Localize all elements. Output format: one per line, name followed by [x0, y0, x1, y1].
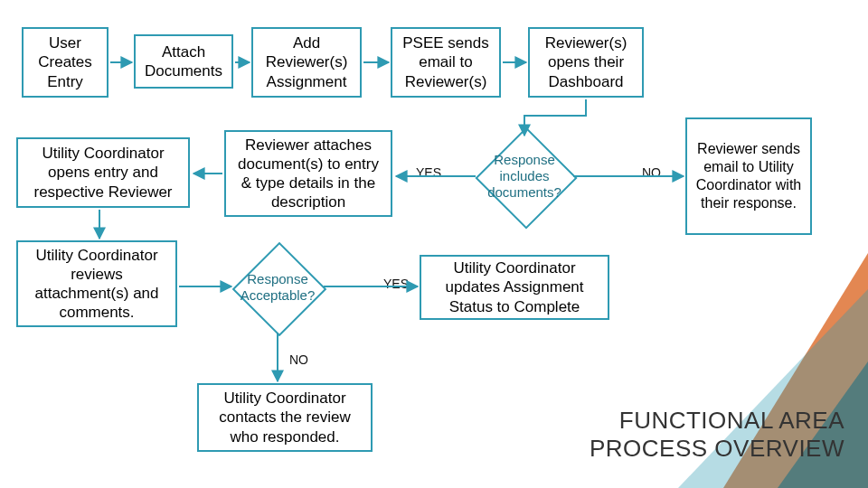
decision-label: Response Acceptable? — [228, 265, 327, 310]
node-label: Attach Documents — [141, 42, 226, 81]
edge-label-yes: YES — [416, 165, 441, 180]
node-reviewer-opens-dashboard: Reviewer(s) opens their Dashboard — [528, 27, 644, 98]
node-label: Utility Coordinator updates Assignment S… — [427, 258, 602, 316]
node-contacts-reviewer: Utility Coordinator contacts the review … — [197, 383, 373, 452]
edge-label-yes: YES — [383, 277, 409, 291]
decision-label: Response includes documents? — [474, 150, 575, 202]
node-label: Reviewer attaches document(s) to entry &… — [231, 136, 385, 212]
flowchart-canvas: User Creates Entry Attach Documents Add … — [0, 0, 868, 488]
node-label: Add Reviewer(s) Assignment — [259, 33, 354, 91]
node-label: Reviewer sends email to Utility Coordina… — [693, 140, 805, 212]
node-label: Utility Coordinator reviews attachment(s… — [24, 246, 170, 323]
node-status-complete: Utility Coordinator updates Assignment S… — [420, 255, 609, 320]
node-label: PSEE sends email to Reviewer(s) — [398, 33, 494, 91]
node-reviewer-sends-email: Reviewer sends email to Utility Coordina… — [685, 117, 812, 235]
node-attach-documents: Attach Documents — [134, 34, 233, 89]
node-utility-coord-opens-entry: Utility Coordinator opens entry and resp… — [16, 137, 190, 208]
node-add-reviewer-assignment: Add Reviewer(s) Assignment — [251, 27, 362, 98]
node-label: Reviewer(s) opens their Dashboard — [535, 33, 637, 91]
node-utility-coord-reviews: Utility Coordinator reviews attachment(s… — [16, 240, 177, 327]
node-label: Utility Coordinator opens entry and resp… — [24, 144, 183, 202]
node-user-creates-entry: User Creates Entry — [22, 27, 108, 98]
edge-label-no: NO — [642, 165, 661, 180]
node-psee-sends-email: PSEE sends email to Reviewer(s) — [391, 27, 501, 98]
node-reviewer-attaches-docs: Reviewer attaches document(s) to entry &… — [224, 130, 392, 217]
node-label: Utility Coordinator contacts the review … — [204, 389, 365, 446]
diagram-title: FUNCTIONAL AREA PROCESS OVERVIEW — [573, 407, 844, 463]
edge-label-no: NO — [289, 352, 308, 367]
node-label: User Creates Entry — [29, 33, 101, 91]
